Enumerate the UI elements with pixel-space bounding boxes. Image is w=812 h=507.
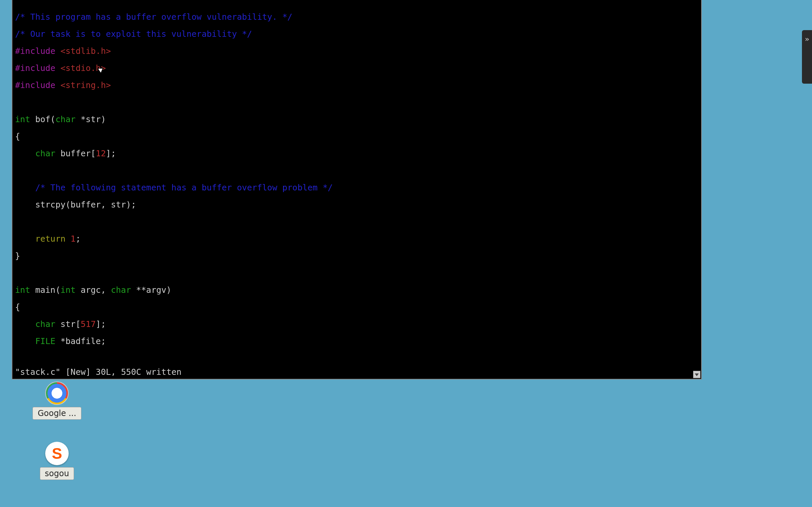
code-line: FILE *badfile; bbox=[15, 337, 699, 346]
code-blank bbox=[15, 98, 699, 107]
code-line: return 1; bbox=[15, 235, 699, 243]
code-blank bbox=[15, 218, 699, 226]
code-blank bbox=[15, 166, 699, 175]
code-line: { bbox=[15, 132, 699, 141]
code-line: char buffer[12]; bbox=[15, 149, 699, 158]
code-line: #include <string.h> bbox=[15, 81, 699, 90]
sogou-icon: S bbox=[45, 442, 69, 465]
code-line: strcpy(buffer, str); bbox=[15, 201, 699, 209]
chevron-right-icon: » bbox=[805, 35, 809, 43]
chrome-icon bbox=[45, 382, 69, 405]
code-comment: /* The following statement has a buffer … bbox=[15, 183, 699, 192]
desktop-icon-sogou[interactable]: S sogou bbox=[30, 442, 84, 480]
code-blank bbox=[15, 269, 699, 277]
code-line: { bbox=[15, 303, 699, 312]
code-line: int bof(char *str) bbox=[15, 115, 699, 124]
code-line: #include <stdio.h> bbox=[15, 64, 699, 73]
code-comment: /* This program has a buffer overflow vu… bbox=[15, 13, 699, 21]
code-comment: /* Our task is to exploit this vulnerabi… bbox=[15, 30, 699, 39]
desktop-icon-chrome[interactable]: Google ... bbox=[30, 382, 84, 420]
side-panel-expand-tab[interactable]: » bbox=[802, 30, 812, 84]
code-line: int main(int argc, char **argv) bbox=[15, 286, 699, 294]
scrollbar-down-button[interactable] bbox=[693, 371, 701, 378]
terminal-editor[interactable]: /* This program has a buffer overflow vu… bbox=[12, 0, 702, 380]
code-line: char str[517]; bbox=[15, 320, 699, 329]
code-line: } bbox=[15, 252, 699, 260]
desktop-icon-label: sogou bbox=[40, 467, 74, 480]
desktop-icon-label: Google ... bbox=[33, 407, 81, 420]
code-line: #include <stdlib.h> bbox=[15, 47, 699, 56]
vim-status-line: "stack.c" [New] 30L, 550C written bbox=[15, 368, 182, 377]
